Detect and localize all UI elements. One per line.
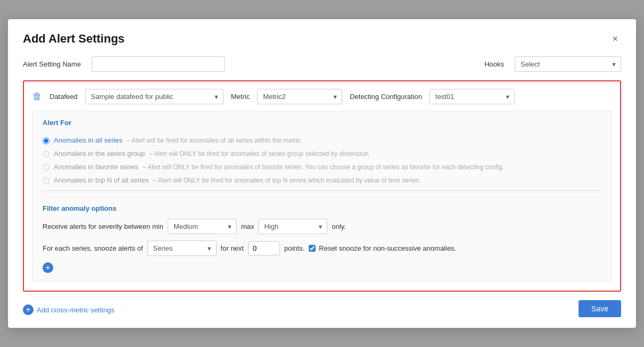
radio-series-group-desc: – Alert will ONLY be fired for anomalies… (149, 150, 370, 158)
alert-for-title: Alert For (43, 119, 71, 127)
reset-snooze-label: Reset snooze for non-successive anomalie… (319, 244, 456, 252)
severity-max-wrapper: Low Medium High ▼ (258, 219, 327, 234)
radio-top-n-series[interactable] (43, 177, 49, 184)
hooks-label: Hooks (484, 60, 504, 68)
config-row: 🗑 Datafeed Sample datafeed for public ▼ … (32, 89, 612, 104)
modal-title: Add Alert Settings (23, 32, 125, 46)
alert-setting-name-label: Alert Setting Name (23, 60, 81, 68)
radio-option-3: Anomalies in favorite series – Alert wil… (43, 163, 601, 171)
radio-top-n-series-desc: – Alert will ONLY be fired for anomalies… (153, 177, 421, 184)
modal: Add Alert Settings × Alert Setting Name … (8, 19, 636, 328)
radio-series-group-label: Anomalies in the series group (54, 150, 145, 158)
severity-row: Receive alerts for severity between min … (43, 219, 601, 234)
radio-top-n-series-label: Anomalies in top N of all series (54, 176, 148, 184)
detecting-config-label: Detecting Configuration (350, 93, 422, 101)
radio-favorite-series-label: Anomalies in favorite series (54, 163, 138, 171)
top-fields-row: Alert Setting Name Hooks Select ▼ (23, 56, 621, 72)
hooks-select[interactable]: Select (515, 56, 621, 72)
alert-setting-name-input[interactable] (92, 56, 225, 72)
severity-min-select[interactable]: Low Medium High (168, 219, 237, 234)
modal-header: Add Alert Settings × (23, 32, 621, 46)
metric-label: Metric (231, 93, 250, 101)
datafeed-select-wrapper: Sample datafeed for public ▼ (85, 89, 224, 104)
radio-all-series-label: Anomalies in all series (54, 136, 122, 144)
datafeed-label: Datafeed (49, 93, 78, 101)
severity-prefix: Receive alerts for severity between min (43, 222, 163, 230)
radio-all-series[interactable] (43, 137, 49, 144)
severity-min-wrapper: Low Medium High ▼ (168, 219, 237, 234)
hooks-select-wrapper: Select ▼ (515, 56, 621, 72)
severity-max-select[interactable]: Low Medium High (258, 219, 327, 234)
save-button[interactable]: Save (579, 300, 621, 317)
datafeed-select[interactable]: Sample datafeed for public (85, 89, 224, 104)
metric-select-wrapper: Metric2 ▼ (257, 89, 342, 104)
metric-select[interactable]: Metric2 (257, 89, 342, 104)
add-cross-metric-label: Add cross-metric settings (37, 306, 114, 314)
reset-snooze-wrapper: Reset snooze for non-successive anomalie… (309, 244, 456, 252)
alert-for-block: Alert For Anomalies in all series – Aler… (43, 119, 601, 184)
delete-icon[interactable]: 🗑 (32, 91, 42, 102)
reset-snooze-checkbox[interactable] (309, 245, 316, 252)
detecting-config-select-wrapper: test01 ▼ (430, 89, 515, 104)
filter-anomaly-title: Filter anomaly options (43, 204, 601, 212)
footer-row: + Add cross-metric settings Save (23, 300, 621, 317)
radio-option-2: Anomalies in the series group – Alert wi… (43, 150, 601, 158)
only-text: only. (332, 222, 346, 230)
radio-all-series-desc: – Alert will be fired for anomalies of a… (127, 137, 302, 144)
snooze-type-select[interactable]: Series Metric (147, 241, 217, 256)
radio-favorite-series-desc: – Alert will ONLY be fired for anomalies… (143, 163, 504, 171)
modal-overlay: Add Alert Settings × Alert Setting Name … (0, 0, 644, 347)
severity-max-label: max (241, 222, 254, 230)
snooze-for-next-label: for next (221, 244, 244, 252)
close-button[interactable]: × (609, 33, 621, 45)
add-filter-button[interactable]: + (43, 262, 53, 273)
add-filter-circle-icon: + (43, 262, 53, 273)
alert-config-section: 🗑 Datafeed Sample datafeed for public ▼ … (23, 80, 621, 292)
add-cross-metric-button[interactable]: + Add cross-metric settings (23, 304, 114, 315)
snooze-prefix: For each series, snooze alerts of (43, 244, 143, 252)
add-cross-metric-icon: + (23, 304, 34, 315)
radio-favorite-series[interactable] (43, 164, 49, 171)
snooze-type-wrapper: Series Metric ▼ (147, 241, 217, 256)
snooze-points-suffix: points. (284, 244, 304, 252)
snooze-row: For each series, snooze alerts of Series… (43, 241, 601, 256)
filter-anomaly-block: Filter anomaly options Receive alerts fo… (43, 197, 601, 273)
snooze-points-input[interactable] (248, 241, 280, 255)
detecting-config-select[interactable]: test01 (430, 89, 515, 104)
radio-option-1: Anomalies in all series – Alert will be … (43, 136, 601, 144)
radio-series-group[interactable] (43, 151, 49, 158)
radio-option-4: Anomalies in top N of all series – Alert… (43, 176, 601, 184)
